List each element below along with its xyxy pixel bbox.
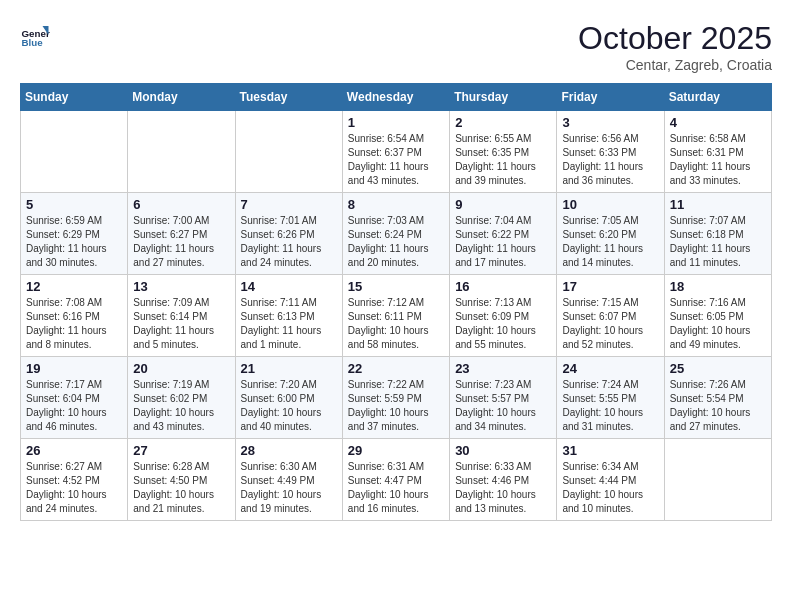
calendar-cell: 11Sunrise: 7:07 AM Sunset: 6:18 PM Dayli… [664, 193, 771, 275]
calendar-cell: 29Sunrise: 6:31 AM Sunset: 4:47 PM Dayli… [342, 439, 449, 521]
calendar-cell [21, 111, 128, 193]
day-number: 24 [562, 361, 658, 376]
calendar-cell: 16Sunrise: 7:13 AM Sunset: 6:09 PM Dayli… [450, 275, 557, 357]
calendar-cell: 9Sunrise: 7:04 AM Sunset: 6:22 PM Daylig… [450, 193, 557, 275]
calendar-header-tuesday: Tuesday [235, 84, 342, 111]
day-number: 30 [455, 443, 551, 458]
calendar-cell: 23Sunrise: 7:23 AM Sunset: 5:57 PM Dayli… [450, 357, 557, 439]
day-number: 22 [348, 361, 444, 376]
day-number: 9 [455, 197, 551, 212]
day-number: 26 [26, 443, 122, 458]
calendar-header-saturday: Saturday [664, 84, 771, 111]
day-number: 29 [348, 443, 444, 458]
day-number: 28 [241, 443, 337, 458]
day-number: 2 [455, 115, 551, 130]
calendar-week-2: 5Sunrise: 6:59 AM Sunset: 6:29 PM Daylig… [21, 193, 772, 275]
calendar-week-1: 1Sunrise: 6:54 AM Sunset: 6:37 PM Daylig… [21, 111, 772, 193]
calendar-cell: 21Sunrise: 7:20 AM Sunset: 6:00 PM Dayli… [235, 357, 342, 439]
day-number: 8 [348, 197, 444, 212]
calendar-cell: 20Sunrise: 7:19 AM Sunset: 6:02 PM Dayli… [128, 357, 235, 439]
calendar-cell: 4Sunrise: 6:58 AM Sunset: 6:31 PM Daylig… [664, 111, 771, 193]
day-info: Sunrise: 7:15 AM Sunset: 6:07 PM Dayligh… [562, 296, 658, 352]
day-info: Sunrise: 7:23 AM Sunset: 5:57 PM Dayligh… [455, 378, 551, 434]
calendar-cell: 1Sunrise: 6:54 AM Sunset: 6:37 PM Daylig… [342, 111, 449, 193]
calendar-cell: 5Sunrise: 6:59 AM Sunset: 6:29 PM Daylig… [21, 193, 128, 275]
day-info: Sunrise: 7:04 AM Sunset: 6:22 PM Dayligh… [455, 214, 551, 270]
calendar-header-monday: Monday [128, 84, 235, 111]
calendar-cell: 27Sunrise: 6:28 AM Sunset: 4:50 PM Dayli… [128, 439, 235, 521]
day-info: Sunrise: 7:12 AM Sunset: 6:11 PM Dayligh… [348, 296, 444, 352]
calendar-cell: 26Sunrise: 6:27 AM Sunset: 4:52 PM Dayli… [21, 439, 128, 521]
day-info: Sunrise: 7:01 AM Sunset: 6:26 PM Dayligh… [241, 214, 337, 270]
day-info: Sunrise: 6:56 AM Sunset: 6:33 PM Dayligh… [562, 132, 658, 188]
location-subtitle: Centar, Zagreb, Croatia [578, 57, 772, 73]
calendar-cell: 17Sunrise: 7:15 AM Sunset: 6:07 PM Dayli… [557, 275, 664, 357]
day-info: Sunrise: 7:11 AM Sunset: 6:13 PM Dayligh… [241, 296, 337, 352]
day-number: 11 [670, 197, 766, 212]
day-info: Sunrise: 7:20 AM Sunset: 6:00 PM Dayligh… [241, 378, 337, 434]
calendar-cell [664, 439, 771, 521]
day-number: 15 [348, 279, 444, 294]
calendar-cell [235, 111, 342, 193]
day-number: 14 [241, 279, 337, 294]
calendar-cell: 31Sunrise: 6:34 AM Sunset: 4:44 PM Dayli… [557, 439, 664, 521]
day-info: Sunrise: 6:34 AM Sunset: 4:44 PM Dayligh… [562, 460, 658, 516]
day-number: 17 [562, 279, 658, 294]
day-number: 1 [348, 115, 444, 130]
day-info: Sunrise: 7:13 AM Sunset: 6:09 PM Dayligh… [455, 296, 551, 352]
day-info: Sunrise: 7:03 AM Sunset: 6:24 PM Dayligh… [348, 214, 444, 270]
calendar-cell: 15Sunrise: 7:12 AM Sunset: 6:11 PM Dayli… [342, 275, 449, 357]
calendar-week-4: 19Sunrise: 7:17 AM Sunset: 6:04 PM Dayli… [21, 357, 772, 439]
day-number: 5 [26, 197, 122, 212]
calendar-cell: 30Sunrise: 6:33 AM Sunset: 4:46 PM Dayli… [450, 439, 557, 521]
calendar-cell: 12Sunrise: 7:08 AM Sunset: 6:16 PM Dayli… [21, 275, 128, 357]
day-number: 18 [670, 279, 766, 294]
day-number: 25 [670, 361, 766, 376]
day-number: 16 [455, 279, 551, 294]
day-info: Sunrise: 6:30 AM Sunset: 4:49 PM Dayligh… [241, 460, 337, 516]
calendar-header-wednesday: Wednesday [342, 84, 449, 111]
day-info: Sunrise: 7:17 AM Sunset: 6:04 PM Dayligh… [26, 378, 122, 434]
calendar-week-5: 26Sunrise: 6:27 AM Sunset: 4:52 PM Dayli… [21, 439, 772, 521]
day-info: Sunrise: 6:28 AM Sunset: 4:50 PM Dayligh… [133, 460, 229, 516]
day-info: Sunrise: 7:09 AM Sunset: 6:14 PM Dayligh… [133, 296, 229, 352]
calendar-cell: 19Sunrise: 7:17 AM Sunset: 6:04 PM Dayli… [21, 357, 128, 439]
calendar-cell: 10Sunrise: 7:05 AM Sunset: 6:20 PM Dayli… [557, 193, 664, 275]
title-block: October 2025 Centar, Zagreb, Croatia [578, 20, 772, 73]
calendar-cell: 13Sunrise: 7:09 AM Sunset: 6:14 PM Dayli… [128, 275, 235, 357]
calendar-cell: 3Sunrise: 6:56 AM Sunset: 6:33 PM Daylig… [557, 111, 664, 193]
svg-text:Blue: Blue [22, 37, 44, 48]
calendar-cell: 18Sunrise: 7:16 AM Sunset: 6:05 PM Dayli… [664, 275, 771, 357]
day-info: Sunrise: 7:05 AM Sunset: 6:20 PM Dayligh… [562, 214, 658, 270]
calendar-cell [128, 111, 235, 193]
day-number: 19 [26, 361, 122, 376]
calendar-cell: 7Sunrise: 7:01 AM Sunset: 6:26 PM Daylig… [235, 193, 342, 275]
day-info: Sunrise: 6:55 AM Sunset: 6:35 PM Dayligh… [455, 132, 551, 188]
calendar-header-thursday: Thursday [450, 84, 557, 111]
day-info: Sunrise: 7:19 AM Sunset: 6:02 PM Dayligh… [133, 378, 229, 434]
day-number: 23 [455, 361, 551, 376]
logo: General Blue [20, 20, 50, 50]
day-number: 10 [562, 197, 658, 212]
day-number: 6 [133, 197, 229, 212]
day-number: 20 [133, 361, 229, 376]
logo-icon: General Blue [20, 20, 50, 50]
calendar-cell: 22Sunrise: 7:22 AM Sunset: 5:59 PM Dayli… [342, 357, 449, 439]
calendar-cell: 6Sunrise: 7:00 AM Sunset: 6:27 PM Daylig… [128, 193, 235, 275]
header: General Blue October 2025 Centar, Zagreb… [20, 20, 772, 73]
calendar-cell: 8Sunrise: 7:03 AM Sunset: 6:24 PM Daylig… [342, 193, 449, 275]
calendar-cell: 14Sunrise: 7:11 AM Sunset: 6:13 PM Dayli… [235, 275, 342, 357]
day-number: 21 [241, 361, 337, 376]
day-info: Sunrise: 7:22 AM Sunset: 5:59 PM Dayligh… [348, 378, 444, 434]
day-number: 7 [241, 197, 337, 212]
day-number: 27 [133, 443, 229, 458]
calendar-header-sunday: Sunday [21, 84, 128, 111]
day-number: 4 [670, 115, 766, 130]
day-info: Sunrise: 7:24 AM Sunset: 5:55 PM Dayligh… [562, 378, 658, 434]
day-info: Sunrise: 7:26 AM Sunset: 5:54 PM Dayligh… [670, 378, 766, 434]
day-number: 3 [562, 115, 658, 130]
day-info: Sunrise: 7:00 AM Sunset: 6:27 PM Dayligh… [133, 214, 229, 270]
calendar-week-3: 12Sunrise: 7:08 AM Sunset: 6:16 PM Dayli… [21, 275, 772, 357]
month-title: October 2025 [578, 20, 772, 57]
calendar-cell: 2Sunrise: 6:55 AM Sunset: 6:35 PM Daylig… [450, 111, 557, 193]
